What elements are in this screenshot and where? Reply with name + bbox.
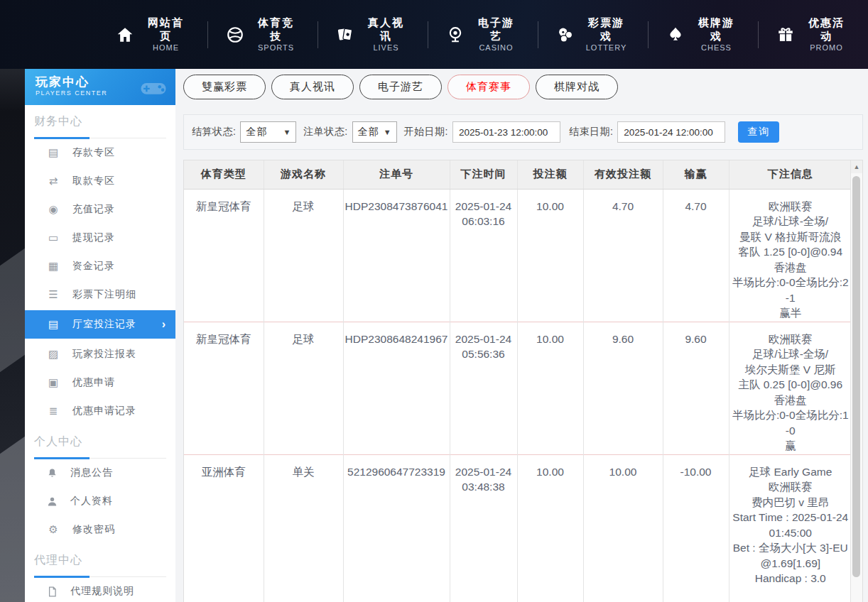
tab-e-games[interactable]: 电子游艺 [359, 75, 442, 99]
order-status-select[interactable]: 全部 ▼ [352, 121, 397, 143]
table-column-header: 投注额 [517, 160, 583, 189]
nav-item-text: 彩票游戏LOTTERY [582, 16, 630, 53]
tab-sports-events[interactable]: 体育赛事 [447, 75, 530, 99]
sidebar-item-label: 修改密码 [72, 523, 115, 536]
tab-lottery-win[interactable]: 雙赢彩票 [183, 75, 266, 99]
nav-item-text: 体育竞技SPORTS [252, 16, 300, 53]
sidebar-item-label: 取款专区 [72, 175, 115, 187]
bet-records-table-wrap: 体育类型游戏名称注单号下注时间投注额有效投注额输赢下注信息 新皇冠体育足球HDP… [183, 160, 863, 602]
nav-item-label-en: HOME [142, 43, 190, 53]
sidebar-item-change-password[interactable]: ⚙修改密码 [25, 515, 175, 544]
nav-item-home[interactable]: 网站首页HOME [98, 16, 207, 53]
gamepad-icon [139, 73, 168, 103]
roulette-icon [446, 26, 465, 44]
cell-game-name: 单关 [264, 454, 343, 602]
message-bell-icon [46, 467, 58, 479]
sidebar-item-recharge-record[interactable]: ◉充值记录 [25, 195, 175, 224]
search-button[interactable]: 查询 [738, 121, 779, 143]
sidebar-item-deposit[interactable]: ▤存款专区 [25, 138, 175, 167]
cell-valid-amount: 4.70 [583, 189, 663, 322]
nav-item-label-en: LIVES [362, 43, 410, 53]
cell-bet-info: 足球 Early Game 欧洲联赛 费内巴切 v 里昂 Start Time … [729, 454, 852, 602]
cell-sport-type: 新皇冠体育 [184, 322, 264, 454]
top-navbar: 网站首页HOME体育竞技SPORTS真人视讯LIVES电子游艺CASINO彩票游… [0, 0, 868, 69]
table-header-row: 体育类型游戏名称注单号下注时间投注额有效投注额输赢下注信息 [184, 160, 852, 189]
sidebar-item-label: 提现记录 [72, 231, 115, 244]
cell-valid-amount: 10.00 [583, 454, 663, 602]
nav-item-label-en: CASINO [472, 43, 520, 53]
nav-item-lives[interactable]: 真人视讯LIVES [318, 16, 428, 53]
cell-bet-id: HDP2308648241967 [343, 322, 450, 454]
cell-game-name: 足球 [264, 322, 343, 454]
sidebar-sections: 财务中心▤存款专区⇄取款专区◉充值记录▭提现记录▦资金记录☰彩票下注明细▤厅室投… [25, 114, 175, 602]
nav-item-label-en: LOTTERY [582, 43, 630, 53]
cell-bet-info: 欧洲联赛 足球/让球-全场/ 曼联 V 格拉斯哥流浪 客队 1.25 [0-0]… [729, 189, 852, 322]
settle-status-select[interactable]: 全部 ▼ [240, 121, 296, 143]
cell-bet-amount: 10.00 [517, 189, 583, 322]
cell-sport-type: 新皇冠体育 [184, 189, 264, 322]
sidebar-item-agent-rules[interactable]: 代理规则说明 [25, 577, 175, 602]
sidebar-item-lottery-bet-detail[interactable]: ☰彩票下注明细 [25, 280, 175, 309]
nav-item-label-zh: 优惠活动 [803, 16, 850, 43]
sidebar-item-player-bet-report[interactable]: ▨玩家投注报表 [25, 340, 175, 368]
lottery-balls-icon [556, 26, 575, 44]
nav-item-promo[interactable]: 优惠活动PROMO [759, 16, 868, 53]
hall-bet-icon: ▤ [46, 318, 60, 331]
nav-item-sports[interactable]: 体育竞技SPORTS [208, 16, 318, 53]
cell-bet-time: 2025-01-24 05:56:36 [450, 322, 517, 454]
sidebar-item-withdraw-record[interactable]: ▭提现记录 [25, 224, 175, 252]
nav-item-label-en: SPORTS [252, 43, 300, 53]
nav-item-chess[interactable]: 棋牌游戏CHESS [649, 16, 758, 53]
sidebar-item-label: 玩家投注报表 [72, 348, 136, 361]
table-body: 新皇冠体育足球HDP23084738760412025-01-24 06:03:… [184, 189, 852, 602]
sidebar-item-promo-apply-record[interactable]: ≣优惠申请记录 [25, 397, 175, 425]
end-date-input[interactable] [617, 121, 725, 143]
sidebar-item-funds-record[interactable]: ▦资金记录 [25, 252, 175, 280]
sidebar-section-title: 个人中心 [34, 434, 166, 459]
promo-record-icon: ≣ [46, 405, 60, 417]
sidebar-item-label: 厅室投注记录 [72, 318, 136, 331]
nav-item-label-zh: 电子游艺 [472, 16, 520, 43]
sidebar-item-messages[interactable]: 消息公告 [25, 459, 175, 487]
home-icon [116, 26, 134, 44]
table-column-header: 注单号 [343, 160, 450, 189]
sidebar-item-withdraw[interactable]: ⇄取款专区 [25, 167, 175, 195]
table-column-header: 有效投注额 [583, 160, 663, 189]
table-scrollbar[interactable]: ▲ [850, 160, 862, 602]
player-report-icon: ▨ [46, 348, 60, 361]
chevron-right-icon: › [162, 318, 166, 331]
promo-apply-icon: ▣ [46, 376, 60, 389]
tab-board-games[interactable]: 棋牌对战 [536, 75, 618, 99]
sidebar-section-title: 代理中心 [34, 553, 166, 577]
sidebar: 玩家中心 PLAYERS CENTER 财务中心▤存款专区⇄取款专区◉充值记录▭… [25, 69, 175, 602]
start-date-input[interactable] [452, 121, 560, 143]
nav-item-label-zh: 真人视讯 [362, 16, 410, 43]
nav-item-label-zh: 网站首页 [142, 16, 190, 43]
scrollbar-thumb[interactable] [852, 176, 860, 577]
sidebar-item-profile[interactable]: 个人资料 [25, 487, 175, 515]
scrollbar-up-arrow-icon[interactable]: ▲ [851, 160, 862, 173]
sidebar-item-promo-apply[interactable]: ▣优惠申请 [25, 368, 175, 397]
chevron-down-icon: ▼ [283, 128, 291, 136]
table-row: 新皇冠体育足球HDP23084738760412025-01-24 06:03:… [184, 189, 852, 322]
sidebar-item-label: 优惠申请 [72, 376, 115, 389]
nav-item-lottery[interactable]: 彩票游戏LOTTERY [538, 16, 648, 53]
tab-live-video[interactable]: 真人视讯 [271, 75, 354, 99]
nav-item-label-en: PROMO [803, 43, 850, 53]
sidebar-item-label: 资金记录 [72, 260, 115, 273]
agent-doc-icon [46, 586, 58, 598]
table-column-header: 下注时间 [450, 160, 517, 189]
background-shape [0, 424, 25, 602]
start-date-label: 开始日期: [404, 126, 448, 138]
sidebar-header: 玩家中心 PLAYERS CENTER [25, 69, 175, 105]
deposit-card-icon: ▤ [46, 146, 60, 159]
sidebar-item-label: 充值记录 [72, 203, 115, 216]
nav-items: 网站首页HOME体育竞技SPORTS真人视讯LIVES电子游艺CASINO彩票游… [98, 16, 868, 53]
background-shape [0, 236, 25, 385]
spade-icon [666, 26, 685, 44]
lottery-detail-icon: ☰ [46, 288, 60, 301]
nav-item-casino[interactable]: 电子游艺CASINO [428, 16, 538, 53]
sidebar-item-hall-bet-record[interactable]: ▤厅室投注记录› [25, 310, 175, 339]
cell-bet-amount: 10.00 [517, 454, 583, 602]
cell-sport-type: 亚洲体育 [184, 454, 264, 602]
